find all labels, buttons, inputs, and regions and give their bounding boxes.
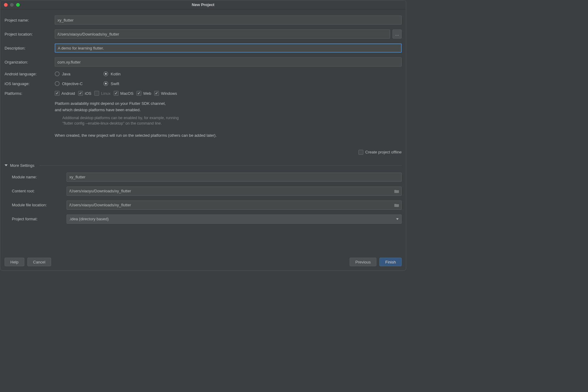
- project-format-label: Project format:: [12, 217, 67, 221]
- folder-icon[interactable]: [394, 203, 399, 207]
- module-name-label: Module name:: [12, 175, 67, 179]
- checkbox-icon: [137, 91, 141, 96]
- description-label: Description:: [5, 46, 55, 50]
- android-language-label: Android language:: [5, 72, 55, 76]
- radio-icon: [103, 81, 108, 86]
- project-name-label: Project name:: [5, 18, 55, 22]
- project-format-select[interactable]: .idea (directory based): [67, 215, 402, 224]
- platform-web-checkbox[interactable]: Web: [137, 91, 151, 96]
- android-java-radio[interactable]: Java: [55, 71, 70, 76]
- platform-info-text: Platform availability might depend on yo…: [55, 101, 402, 113]
- checkbox-label: Windows: [161, 91, 177, 96]
- checkbox-label: iOS: [85, 91, 92, 96]
- ios-objc-radio[interactable]: Objective-C: [55, 81, 83, 86]
- ios-swift-radio[interactable]: Swift: [103, 81, 119, 86]
- checkbox-label: Android: [61, 91, 75, 96]
- browse-location-button[interactable]: …: [393, 29, 402, 39]
- platform-macos-checkbox[interactable]: MacOS: [114, 91, 133, 96]
- module-file-location-label: Module file location:: [12, 203, 67, 207]
- divider: [39, 165, 402, 166]
- previous-button[interactable]: Previous: [350, 258, 377, 266]
- platforms-label: Platforms:: [5, 91, 55, 96]
- select-value: .idea (directory based): [67, 215, 402, 224]
- platform-ios-checkbox[interactable]: iOS: [78, 91, 92, 96]
- help-button[interactable]: Help: [5, 258, 24, 266]
- organization-label: Organization:: [5, 60, 55, 64]
- new-project-dialog: New Project Project name: Project locati…: [0, 0, 406, 271]
- checkbox-icon: [154, 91, 159, 96]
- radio-label: Swift: [111, 81, 119, 86]
- content-root-input[interactable]: [67, 187, 402, 196]
- project-name-input[interactable]: [55, 15, 402, 25]
- create-offline-checkbox[interactable]: Create project offline: [358, 150, 402, 155]
- checkbox-label: Web: [143, 91, 151, 96]
- project-location-label: Project location:: [5, 32, 55, 36]
- content-root-label: Content root:: [12, 189, 67, 193]
- checkbox-label: Linux: [101, 91, 110, 96]
- organization-input[interactable]: [55, 57, 402, 67]
- chevron-down-icon: [5, 164, 8, 166]
- more-settings-panel: Module name: Content root: Module file l…: [5, 173, 402, 229]
- close-window-icon[interactable]: [4, 3, 8, 7]
- radio-label: Kotlin: [111, 72, 121, 76]
- ios-language-label: iOS language:: [5, 81, 55, 86]
- maximize-window-icon[interactable]: [16, 3, 20, 7]
- radio-icon: [55, 81, 60, 86]
- platform-info-text-2: When created, the new project will run o…: [55, 132, 402, 139]
- window-title: New Project: [192, 2, 214, 7]
- more-settings-label: More Settings: [10, 163, 34, 168]
- checkbox-label: MacOS: [120, 91, 133, 96]
- checkbox-icon: [94, 91, 99, 96]
- module-name-input[interactable]: [67, 173, 402, 182]
- more-settings-toggle[interactable]: More Settings: [5, 163, 402, 168]
- radio-icon: [55, 71, 60, 76]
- ellipsis-icon: …: [395, 32, 399, 36]
- dialog-footer: Help Cancel Previous Finish: [0, 253, 406, 270]
- module-file-location-input[interactable]: [67, 201, 402, 210]
- platform-info-subtext: Additional desktop platforms can be enab…: [62, 115, 402, 127]
- titlebar: New Project: [0, 0, 406, 9]
- checkbox-icon: [114, 91, 119, 96]
- platform-windows-checkbox[interactable]: Windows: [154, 91, 177, 96]
- chevron-down-icon: [396, 218, 399, 220]
- finish-button[interactable]: Finish: [379, 258, 402, 266]
- android-kotlin-radio[interactable]: Kotlin: [103, 71, 121, 76]
- description-input[interactable]: [55, 43, 402, 53]
- checkbox-icon: [358, 150, 363, 155]
- folder-icon[interactable]: [394, 189, 399, 193]
- cancel-button[interactable]: Cancel: [27, 258, 51, 266]
- platform-android-checkbox[interactable]: Android: [55, 91, 75, 96]
- project-location-input[interactable]: [55, 29, 390, 39]
- radio-label: Objective-C: [62, 81, 83, 86]
- minimize-window-icon: [10, 3, 14, 7]
- checkbox-icon: [78, 91, 83, 96]
- dialog-content: Project name: Project location: … Descri…: [0, 9, 406, 253]
- radio-icon: [103, 71, 108, 76]
- checkbox-label: Create project offline: [365, 150, 402, 154]
- radio-label: Java: [62, 72, 70, 76]
- checkbox-icon: [55, 91, 60, 96]
- window-controls: [0, 3, 20, 7]
- platform-linux-checkbox[interactable]: Linux: [94, 91, 110, 96]
